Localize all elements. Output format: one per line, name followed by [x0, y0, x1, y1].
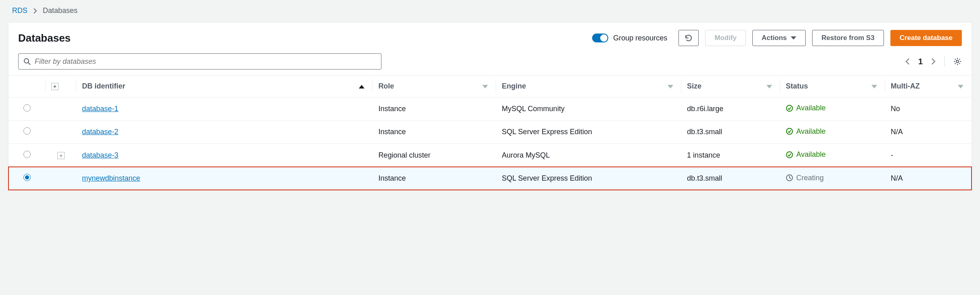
status-text: Creating	[796, 174, 824, 182]
svg-point-2	[956, 60, 959, 63]
sort-asc-icon	[359, 85, 364, 88]
page-title: Databases	[18, 32, 71, 44]
chevron-right-icon	[33, 8, 37, 14]
size-cell: db.t3.small	[681, 167, 780, 190]
multi-az-cell: -	[885, 144, 972, 167]
sort-icon	[871, 85, 877, 88]
column-role[interactable]: Role	[373, 76, 496, 97]
column-multi-az[interactable]: Multi-AZ	[885, 76, 972, 97]
table-row[interactable]: +database-3Regional clusterAurora MySQL1…	[8, 144, 972, 167]
expand-all-icon: +	[51, 83, 59, 90]
breadcrumb: RDS Databases	[8, 4, 972, 22]
actions-button[interactable]: Actions	[752, 30, 806, 46]
engine-cell: SQL Server Express Edition	[496, 167, 681, 190]
filter-row: 1	[8, 50, 972, 75]
role-cell: Instance	[373, 97, 496, 121]
row-radio[interactable]	[23, 127, 31, 135]
refresh-icon	[685, 34, 693, 42]
page-prev-button[interactable]	[905, 57, 910, 65]
row-radio[interactable]	[23, 151, 31, 158]
row-radio[interactable]	[23, 174, 31, 181]
status-text: Available	[796, 104, 826, 112]
sort-icon	[958, 85, 963, 88]
group-resources-toggle[interactable]	[592, 34, 608, 42]
column-label: Status	[786, 82, 808, 90]
expand-row-icon[interactable]: +	[57, 152, 65, 159]
multi-az-cell: No	[885, 97, 972, 121]
breadcrumb-current: Databases	[43, 6, 77, 15]
svg-point-0	[24, 59, 29, 63]
check-circle-icon	[786, 151, 793, 158]
column-label: Multi-AZ	[891, 82, 920, 90]
status-badge: Available	[786, 150, 826, 159]
row-radio[interactable]	[23, 104, 31, 112]
settings-button[interactable]	[953, 57, 962, 66]
table-row[interactable]: database-1InstanceMySQL Communitydb.r6i.…	[8, 97, 972, 121]
column-size[interactable]: Size	[681, 76, 780, 97]
svg-point-4	[786, 129, 792, 135]
restore-from-s3-button[interactable]: Restore from S3	[812, 30, 884, 46]
header-actions: Group resources Modify Actions Restore f…	[592, 30, 962, 46]
role-cell: Instance	[373, 120, 496, 144]
search-icon	[23, 58, 31, 65]
databases-panel: Databases Group resources Modify Actions…	[8, 22, 972, 190]
sort-icon	[668, 85, 673, 88]
column-select	[8, 76, 46, 97]
svg-line-1	[28, 63, 30, 65]
status-badge: Available	[786, 127, 826, 136]
caret-down-icon	[791, 36, 796, 40]
column-expand-all[interactable]: +	[46, 76, 76, 97]
column-label: Engine	[502, 82, 526, 90]
column-label: Role	[378, 82, 394, 90]
role-cell: Instance	[373, 167, 496, 190]
page-number: 1	[918, 57, 923, 66]
status-badge: Available	[786, 104, 826, 112]
check-circle-icon	[786, 105, 793, 112]
status-badge: Creating	[786, 174, 824, 182]
filter-input[interactable]	[35, 57, 376, 66]
multi-az-cell: N/A	[885, 120, 972, 144]
size-cell: db.r6i.large	[681, 97, 780, 121]
engine-cell: MySQL Community	[496, 97, 681, 121]
databases-table: + DB identifier Role Engine	[8, 75, 972, 190]
db-identifier-link[interactable]: database-2	[82, 128, 118, 136]
role-cell: Regional cluster	[373, 144, 496, 167]
db-identifier-link[interactable]: database-1	[82, 105, 118, 113]
pagination: 1	[905, 56, 962, 67]
actions-label: Actions	[762, 34, 787, 42]
divider	[944, 56, 945, 67]
db-identifier-link[interactable]: mynewdbinstance	[82, 174, 140, 182]
check-circle-icon	[786, 128, 793, 135]
page-next-button[interactable]	[931, 57, 936, 65]
column-db-identifier[interactable]: DB identifier	[76, 76, 373, 97]
multi-az-cell: N/A	[885, 167, 972, 190]
db-identifier-link[interactable]: database-3	[82, 151, 118, 159]
breadcrumb-root[interactable]: RDS	[12, 6, 27, 15]
engine-cell: Aurora MySQL	[496, 144, 681, 167]
group-resources-toggle-wrap: Group resources	[592, 34, 667, 42]
modify-button: Modify	[705, 30, 746, 46]
column-status[interactable]: Status	[780, 76, 885, 97]
clock-icon	[786, 174, 793, 181]
svg-point-5	[786, 152, 792, 158]
filter-input-wrap[interactable]	[18, 53, 381, 70]
status-text: Available	[796, 150, 826, 159]
column-label: Size	[687, 82, 701, 90]
create-database-button[interactable]: Create database	[890, 30, 962, 46]
table-row[interactable]: mynewdbinstanceInstanceSQL Server Expres…	[8, 167, 972, 190]
size-cell: db.t3.small	[681, 120, 780, 144]
column-engine[interactable]: Engine	[496, 76, 681, 97]
svg-point-3	[786, 105, 792, 111]
table-row[interactable]: database-2InstanceSQL Server Express Edi…	[8, 120, 972, 144]
status-text: Available	[796, 127, 826, 136]
engine-cell: SQL Server Express Edition	[496, 120, 681, 144]
panel-header: Databases Group resources Modify Actions…	[8, 23, 972, 50]
size-cell: 1 instance	[681, 144, 780, 167]
group-resources-label: Group resources	[613, 34, 667, 42]
sort-icon	[766, 85, 772, 88]
column-label: DB identifier	[82, 82, 125, 90]
sort-icon	[482, 85, 488, 88]
refresh-button[interactable]	[678, 30, 699, 46]
